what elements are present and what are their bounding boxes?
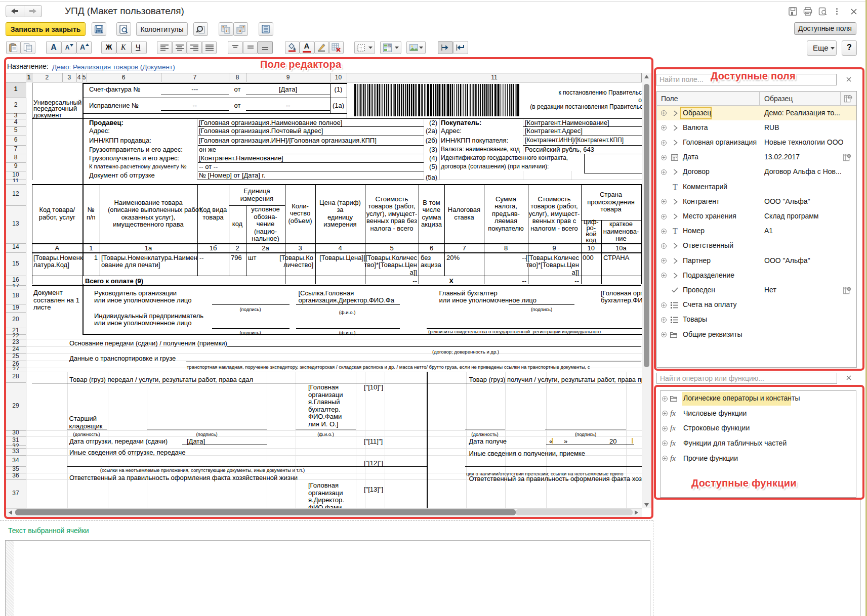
svg-text:R1: R1: [388, 45, 391, 47]
